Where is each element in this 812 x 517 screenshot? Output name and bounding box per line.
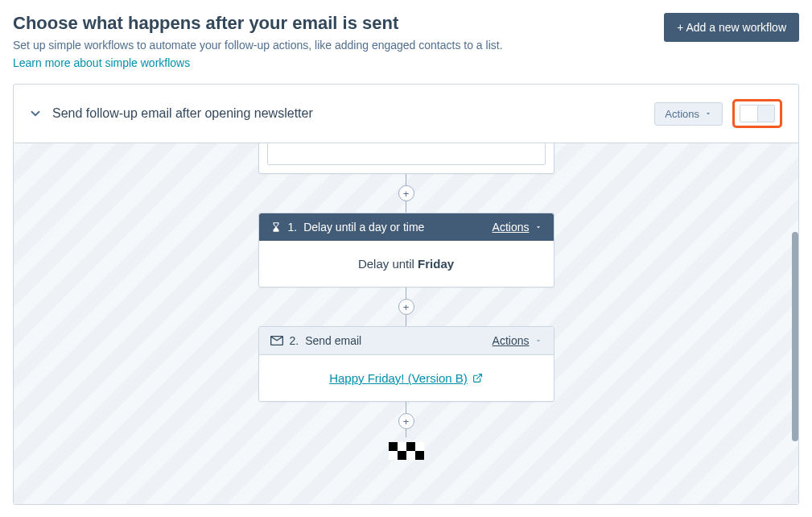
send-email-step-header: 2. Send email Actions — [259, 327, 554, 355]
workflow-canvas[interactable]: + 1. Delay until a day or time — [14, 143, 798, 504]
delay-step-actions-label: Actions — [493, 221, 530, 234]
send-email-step-actions-dropdown[interactable]: Actions — [493, 334, 542, 347]
delay-step-index: 1. — [288, 221, 298, 234]
send-email-step-card[interactable]: 2. Send email Actions Happy Friday! ( — [258, 326, 554, 402]
delay-step-title: Delay until a day or time — [303, 221, 424, 234]
add-step-button[interactable]: + — [398, 299, 414, 315]
workflow-actions-dropdown[interactable]: Actions — [654, 102, 723, 126]
toggle-highlight — [732, 99, 782, 128]
connector-line — [406, 174, 406, 185]
svg-line-0 — [476, 374, 481, 379]
delay-body-prefix: Delay until — [358, 257, 418, 271]
add-step-button[interactable]: + — [398, 185, 414, 201]
envelope-icon — [270, 336, 283, 345]
page-title: Choose what happens after your email is … — [13, 13, 503, 34]
delay-step-body: Delay until Friday — [259, 241, 554, 287]
connector-line — [406, 287, 406, 299]
connector: + — [398, 174, 414, 213]
page-subtitle: Set up simple workflows to automate your… — [13, 39, 503, 52]
delay-step-header: 1. Delay until a day or time Actions — [259, 213, 554, 241]
workflow-name: Send follow-up email after opening newsl… — [52, 106, 313, 121]
external-link-icon — [472, 373, 483, 383]
chevron-down-icon[interactable] — [28, 106, 43, 121]
connector: + — [398, 402, 414, 437]
canvas-scrollbar[interactable] — [792, 232, 798, 441]
connector-line — [406, 429, 406, 437]
caret-down-icon — [534, 337, 542, 345]
connector-line — [406, 402, 406, 413]
toggle-knob — [740, 105, 758, 122]
connector: + — [398, 287, 414, 326]
send-email-step-actions-label: Actions — [493, 334, 530, 347]
add-workflow-button[interactable]: + Add a new workflow — [664, 13, 799, 42]
delay-body-value: Friday — [418, 257, 454, 271]
trigger-card[interactable] — [258, 143, 554, 174]
caret-down-icon — [534, 223, 542, 231]
email-preview-link[interactable]: Happy Friday! (Version B) — [329, 371, 483, 385]
hourglass-icon — [270, 221, 282, 233]
workflow-card-header: Send follow-up email after opening newsl… — [14, 85, 798, 143]
finish-flag-icon — [389, 442, 424, 460]
delay-step-actions-dropdown[interactable]: Actions — [493, 221, 542, 234]
trigger-inner — [267, 143, 546, 165]
workflow-card: Send follow-up email after opening newsl… — [13, 84, 799, 505]
connector-line — [406, 315, 406, 326]
learn-more-link[interactable]: Learn more about simple workflows — [13, 56, 190, 69]
add-step-button[interactable]: + — [398, 413, 414, 429]
workflow-enable-toggle[interactable] — [740, 105, 775, 122]
workflow-actions-label: Actions — [665, 108, 699, 120]
caret-down-icon — [704, 110, 712, 118]
email-name: Happy Friday! (Version B) — [329, 371, 468, 385]
connector-line — [406, 201, 406, 213]
send-email-step-body: Happy Friday! (Version B) — [259, 355, 554, 401]
delay-step-card[interactable]: 1. Delay until a day or time Actions Del… — [258, 213, 554, 287]
send-email-step-index: 2. — [290, 334, 299, 347]
send-email-step-title: Send email — [305, 334, 361, 347]
add-workflow-label: + Add a new workflow — [677, 21, 786, 34]
